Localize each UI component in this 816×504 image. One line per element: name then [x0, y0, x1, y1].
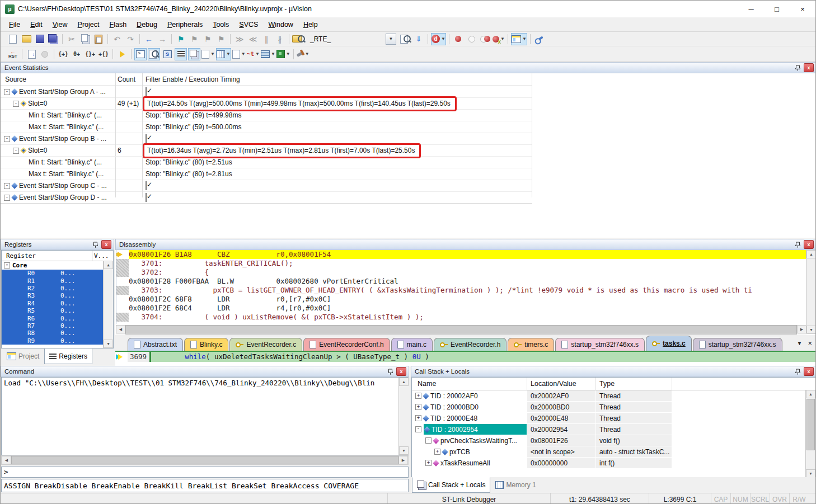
run-to-cursor-icon[interactable]: +{} — [97, 48, 110, 60]
pin-icon[interactable] — [91, 241, 100, 248]
redo-icon[interactable]: ↷ — [124, 33, 137, 45]
table-row[interactable]: prvCheckTasksWaitingT... 0x08001F26 void… — [412, 435, 815, 446]
register-row[interactable]: R20... — [2, 285, 113, 292]
expander-icon[interactable] — [4, 136, 10, 142]
table-row[interactable]: TID : 20000BD0 0x20000BD0 Thread — [412, 402, 815, 413]
bookmark-icon[interactable]: ⚑ — [175, 33, 187, 45]
debug-tools-icon[interactable]: ▼ — [297, 48, 309, 60]
register-row[interactable]: R50... — [2, 307, 113, 314]
scroll-up-icon[interactable]: ▲ — [104, 261, 113, 269]
minimize-button[interactable]: ─ — [738, 1, 764, 17]
menu-project[interactable]: Project — [73, 19, 105, 30]
navigate-forward-icon[interactable]: → — [156, 33, 168, 45]
editor-current-line[interactable]: 3699 while( uxDeletedTasksWaitingCleanUp… — [115, 352, 816, 362]
tab-abstract-txt[interactable]: Abstract.txt — [128, 338, 183, 351]
table-row[interactable]: Max t: Start: "Blinky.c" (... Stop: "Bli… — [1, 121, 532, 133]
disable-all-breakpoints-icon[interactable] — [479, 33, 491, 45]
column-count[interactable]: Count — [115, 76, 142, 83]
disassembly-code[interactable]: 0x08001F26 B1A8 CBZ r0,0x08001F54 3701: … — [116, 250, 806, 324]
command-log[interactable]: Load "C:\\Users\\FH\\Desktop\\TEST\\01 S… — [1, 377, 409, 455]
pin-icon[interactable] — [793, 241, 802, 248]
unindent-icon[interactable]: ≪ — [247, 33, 259, 45]
close-icon[interactable]: x — [396, 367, 406, 376]
menu-peripherals[interactable]: Peripherals — [162, 19, 208, 30]
bookmark-prev-icon[interactable]: ⚑ — [201, 33, 214, 45]
registers-scrollbar[interactable]: ▲ ▼ — [103, 261, 113, 348]
open-folder-icon[interactable] — [20, 33, 32, 45]
register-row[interactable]: R10... — [2, 277, 113, 284]
filter-enable-checkbox[interactable] — [146, 193, 147, 202]
expander-icon[interactable] — [415, 404, 421, 410]
disassembly-line[interactable]: 0x08001F2E 68C4 LDR r4,[r0,#0x0C] — [116, 304, 806, 313]
filter-enable-checkbox[interactable] — [146, 181, 147, 190]
expander-icon[interactable] — [4, 195, 10, 201]
filter-enable-checkbox[interactable] — [146, 87, 147, 96]
close-icon[interactable]: x — [804, 63, 814, 72]
save-icon[interactable] — [34, 33, 46, 45]
tab-call-stack-locals[interactable]: Call Stack + Locals — [412, 477, 490, 493]
system-viewer-icon[interactable]: ▼ — [276, 48, 290, 60]
expander-icon[interactable] — [13, 148, 19, 154]
tab-timers-c[interactable]: timers.c — [508, 338, 554, 351]
filter-enable-checkbox[interactable] — [146, 134, 147, 143]
cut-icon[interactable]: ✂ — [65, 33, 78, 45]
tab-eventrecorderconf-h[interactable]: EventRecorderConf.h — [303, 338, 390, 351]
callstack-window-icon[interactable] — [188, 48, 200, 60]
step-out-icon[interactable]: {}+ — [84, 48, 96, 60]
register-row[interactable]: R00... — [2, 270, 113, 277]
tab-eventrecorder-c[interactable]: EventRecorder.c — [229, 338, 302, 351]
table-row[interactable]: Slot=0 6 T(tot)=16.34us T(avg)=2.72us T(… — [1, 145, 532, 157]
enable-breakpoint-icon[interactable] — [466, 33, 478, 45]
find-in-files-icon[interactable] — [292, 33, 305, 45]
source-editor[interactable]: 3699 while( uxDeletedTasksWaitingCleanUp… — [115, 351, 816, 366]
close-document-icon[interactable]: × — [808, 339, 812, 347]
table-row[interactable]: pxTCB <not in scope> auto - struct tskTa… — [412, 446, 815, 458]
table-row-selected[interactable]: TID : 20002954 0x20002954 Thread — [412, 424, 815, 435]
tab-list-dropdown-icon[interactable]: ▼ — [797, 340, 803, 346]
new-file-icon[interactable] — [7, 33, 19, 45]
expander-icon[interactable] — [4, 89, 10, 95]
find-icon[interactable] — [399, 33, 411, 45]
menu-window[interactable]: Window — [263, 19, 298, 30]
scroll-up-icon[interactable]: ▲ — [399, 378, 409, 386]
show-next-statement-icon[interactable] — [116, 48, 128, 60]
target-select-dropdown-icon[interactable]: ▼ — [386, 34, 396, 45]
column-name[interactable]: Name — [412, 378, 527, 390]
register-row[interactable]: R30... — [2, 292, 113, 299]
disassembly-line[interactable]: 3702: { — [116, 268, 806, 277]
window-layout-icon[interactable]: ▼ — [511, 33, 527, 45]
register-row[interactable]: R80... — [2, 329, 113, 337]
run-icon[interactable]: ↓ — [25, 48, 37, 60]
column-type[interactable]: Type — [596, 378, 672, 390]
tab-startup-s-1[interactable]: startup_stm32f746xx.s — [555, 338, 645, 351]
scroll-right-icon[interactable]: ▶ — [797, 325, 806, 333]
menu-tools[interactable]: Tools — [208, 19, 234, 30]
disassembly-line[interactable]: 3701: taskENTER_CRITICAL(); — [116, 259, 806, 268]
expander-icon[interactable] — [4, 183, 10, 189]
table-row[interactable]: xTaskResumeAll 0x00000000 int f() — [412, 458, 815, 469]
tab-registers[interactable]: Registers — [44, 348, 92, 364]
pin-icon[interactable] — [793, 368, 802, 375]
disassembly-vscrollbar[interactable]: ▲ ▼ — [806, 250, 816, 334]
table-row[interactable]: Max t: Start: "Blinky.c" (... Stop: "Bli… — [1, 168, 532, 180]
target-select-combo[interactable]: _RTE_ ▼ — [308, 34, 396, 45]
command-vscrollbar[interactable]: ▲ ▼ — [398, 378, 409, 455]
column-register[interactable]: Register — [2, 251, 92, 261]
table-row[interactable]: Event Start/Stop Group C - ... — [1, 180, 532, 192]
paste-icon[interactable] — [92, 33, 105, 45]
expander-icon[interactable] — [13, 101, 19, 107]
register-group-core[interactable]: Core — [2, 261, 113, 270]
table-row[interactable]: Event Start/Stop Group D - ... — [1, 192, 532, 204]
call-stack-scrollbar[interactable]: ▲ ▼ — [805, 390, 815, 478]
close-icon[interactable]: x — [804, 367, 814, 376]
tab-main-c[interactable]: main.c — [391, 338, 433, 351]
register-row[interactable]: R60... — [2, 314, 113, 322]
stop-icon[interactable] — [39, 48, 51, 60]
expander-icon[interactable] — [425, 460, 432, 466]
tab-startup-s-2[interactable]: startup_stm32f746xx.s — [693, 338, 782, 351]
start-stop-debug-icon[interactable]: d▼ — [431, 33, 446, 45]
comment-icon[interactable]: ∥ — [260, 33, 273, 45]
disassembly-line[interactable]: 0x08001F28 F000FBAA BL.W 0x08002680 vPor… — [116, 277, 806, 286]
menu-svcs[interactable]: SVCS — [234, 19, 263, 30]
disassembly-window-icon[interactable] — [148, 48, 160, 60]
